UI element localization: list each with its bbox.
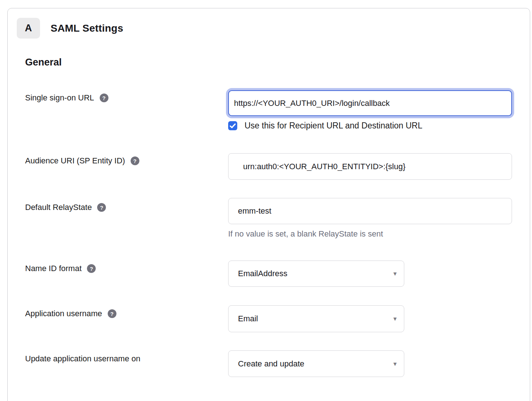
application-username-value: Email [238,314,258,323]
default-relaystate-label: Default RelayState ? [25,203,106,212]
name-id-format-label: Name ID format ? [25,264,96,273]
default-relaystate-input[interactable] [228,198,512,224]
name-id-format-select[interactable]: EmailAddress ▾ [228,261,404,287]
chevron-down-icon: ▾ [393,315,397,322]
checkmark-icon [230,123,236,128]
update-application-username-label: Update application username on [25,354,140,364]
default-relaystate-label-text: Default RelayState [25,203,92,212]
sso-url-label: Single sign-on URL ? [25,93,108,103]
recipient-url-checkbox-row: Use this for Recipient URL and Destinati… [228,121,422,131]
update-application-username-select[interactable]: Create and update ▾ [228,350,404,377]
panel-header: A SAML Settings [17,18,123,39]
saml-settings-panel: A SAML Settings General Single sign-on U… [7,8,530,401]
name-id-format-label-text: Name ID format [25,264,82,273]
audience-uri-label-text: Audience URI (SP Entity ID) [25,156,125,166]
section-heading-general: General [25,57,62,68]
recipient-url-checkbox-label: Use this for Recipient URL and Destinati… [245,121,422,131]
update-application-username-value: Create and update [238,359,304,369]
chevron-down-icon: ▾ [393,270,397,277]
default-relaystate-help-icon[interactable]: ? [97,203,106,212]
audience-uri-input[interactable] [228,153,512,180]
application-username-label-text: Application username [25,309,102,318]
application-username-help-icon[interactable]: ? [108,309,116,318]
relaystate-helper-text: If no value is set, a blank RelayState i… [228,229,383,239]
update-application-username-label-text: Update application username on [25,354,140,364]
name-id-format-help-icon[interactable]: ? [87,264,96,273]
application-username-label: Application username ? [25,309,116,318]
sso-url-input[interactable] [228,90,512,116]
application-username-select[interactable]: Email ▾ [228,305,404,332]
name-id-format-value: EmailAddress [238,269,287,278]
audience-uri-help-icon[interactable]: ? [131,156,139,165]
recipient-url-checkbox[interactable] [228,121,237,130]
chevron-down-icon: ▾ [393,361,397,367]
page-title: SAML Settings [51,23,123,34]
sso-url-help-icon[interactable]: ? [100,94,108,102]
step-badge: A [17,18,40,39]
sso-url-label-text: Single sign-on URL [25,93,94,103]
audience-uri-label: Audience URI (SP Entity ID) ? [25,156,139,166]
